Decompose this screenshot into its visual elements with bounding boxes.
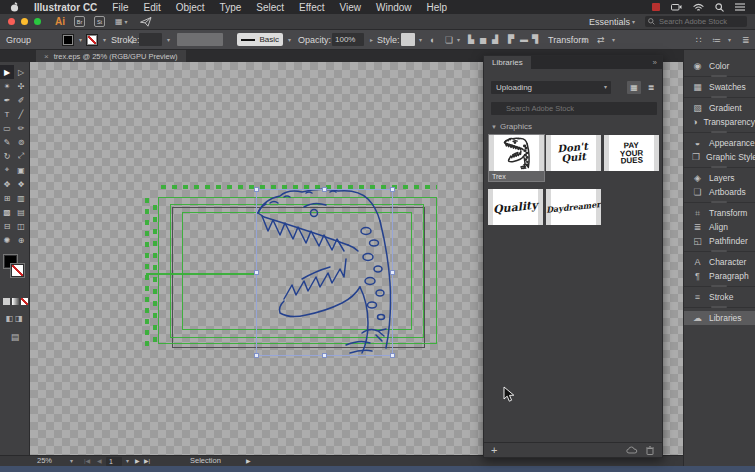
selection-handle-top-left[interactable] bbox=[254, 187, 259, 192]
recolor-artwork-icon[interactable]: ◐ bbox=[430, 30, 435, 50]
dock-item-stroke[interactable]: ≡ Stroke bbox=[684, 290, 755, 304]
menu-effect[interactable]: Effect bbox=[299, 2, 324, 13]
line-segment-tool[interactable]: ╱ bbox=[14, 107, 28, 121]
align-middle-icon[interactable]: ▬ bbox=[520, 30, 528, 50]
wifi-icon[interactable] bbox=[693, 3, 704, 12]
dock-item-appearance[interactable]: ◒ Appearance bbox=[684, 136, 755, 150]
menu-view[interactable]: View bbox=[339, 2, 361, 13]
eyedropper-tool[interactable]: ▤ bbox=[14, 205, 28, 219]
align-right-icon[interactable]: ▟ bbox=[492, 30, 498, 50]
scale-tool[interactable]: ⤢ bbox=[14, 149, 28, 163]
panel-options-icon[interactable]: ≔ bbox=[712, 30, 721, 50]
collapse-panel-icon[interactable]: » bbox=[653, 56, 657, 69]
isolate-chevron-icon[interactable]: ▾ bbox=[612, 30, 615, 50]
selection-handle-bottom-left[interactable] bbox=[254, 353, 259, 358]
stock-button[interactable]: St bbox=[94, 16, 105, 27]
adobe-stock-search-input[interactable] bbox=[645, 16, 747, 27]
document-tab[interactable]: × trex.eps @ 25% (RGB/GPU Preview) bbox=[36, 50, 186, 62]
workspace-switcher[interactable]: Essentials bbox=[589, 17, 630, 27]
spotlight-search-icon[interactable] bbox=[715, 3, 724, 12]
mesh-tool[interactable]: ▥ bbox=[14, 191, 28, 205]
rotate-tool[interactable]: ↻ bbox=[0, 149, 14, 163]
pen-tool[interactable]: ✒ bbox=[0, 93, 14, 107]
free-transform-tool[interactable]: ▣ bbox=[14, 163, 28, 177]
camera-icon[interactable] bbox=[671, 3, 682, 11]
variable-width-profile-field[interactable] bbox=[177, 33, 223, 46]
type-tool[interactable]: T bbox=[0, 107, 14, 121]
stroke-color-swatch[interactable] bbox=[86, 34, 98, 46]
menu-file[interactable]: File bbox=[112, 2, 128, 13]
shaper-tool[interactable]: ⊚ bbox=[14, 135, 28, 149]
arrange-documents-chevron-icon[interactable]: ▾ bbox=[125, 18, 128, 25]
dock-item-align[interactable]: ≣ Align bbox=[684, 220, 755, 234]
brush-definition-dropdown[interactable]: Basic bbox=[237, 33, 283, 46]
align-left-icon[interactable]: ▙ bbox=[468, 30, 474, 50]
opacity-more-icon[interactable]: ▸ bbox=[370, 30, 373, 50]
stroke-weight-stepper[interactable]: ▴▾ bbox=[131, 33, 134, 45]
stroke-weight-field[interactable] bbox=[139, 33, 162, 46]
dock-item-graphic-styles[interactable]: ❐ Graphic Styles bbox=[684, 150, 755, 164]
selection-tool[interactable]: ▶ bbox=[0, 65, 14, 79]
menu-object[interactable]: Object bbox=[176, 2, 205, 13]
transform-panel-icon[interactable]: ⌗ bbox=[582, 30, 587, 50]
selection-bounding-box[interactable] bbox=[256, 189, 393, 356]
apple-menu-icon[interactable] bbox=[10, 2, 19, 12]
opacity-field[interactable]: 100% bbox=[332, 33, 364, 46]
dock-item-swatches[interactable]: ▦ Swatches bbox=[684, 80, 755, 94]
symbol-sprayer-tool[interactable]: ✥ bbox=[0, 177, 14, 191]
color-mode-button[interactable] bbox=[3, 298, 10, 305]
dock-item-transparency[interactable]: ◑ Transparency bbox=[684, 115, 755, 129]
arrange-documents-icon[interactable]: ▦ bbox=[115, 17, 123, 26]
graph-tool[interactable]: ❖ bbox=[14, 177, 28, 191]
selection-handle-bottom-center[interactable] bbox=[322, 353, 327, 358]
close-window-button[interactable] bbox=[8, 18, 15, 25]
menu-type[interactable]: Type bbox=[220, 2, 242, 13]
zoom-window-button[interactable] bbox=[34, 18, 41, 25]
style-chevron-icon[interactable]: ▾ bbox=[419, 30, 422, 50]
dock-item-pathfinder[interactable]: ◱ Pathfinder bbox=[684, 234, 755, 248]
share-icon[interactable] bbox=[140, 17, 152, 27]
list-view-button[interactable]: ≣ bbox=[644, 81, 658, 94]
zoom-tool[interactable]: ⊕ bbox=[14, 233, 28, 247]
minimize-window-button[interactable] bbox=[21, 18, 28, 25]
stroke-weight-chevron-icon[interactable]: ▾ bbox=[167, 30, 170, 50]
dock-item-gradient[interactable]: ▧ Gradient bbox=[684, 101, 755, 115]
lasso-tool[interactable]: ✣ bbox=[14, 79, 28, 93]
brush-chevron-icon[interactable]: ▾ bbox=[288, 30, 291, 50]
graphics-section-header[interactable]: ▼Graphics bbox=[491, 122, 532, 131]
dock-item-layers[interactable]: ◈ Layers bbox=[684, 171, 755, 185]
workspace-grid-icon[interactable]: ∷ bbox=[696, 30, 702, 50]
delete-icon[interactable] bbox=[646, 446, 654, 455]
screen-mode-icon[interactable]: ▤ bbox=[0, 332, 30, 342]
selection-handle-middle-right[interactable] bbox=[390, 270, 395, 275]
curvature-tool[interactable]: ✐ bbox=[14, 93, 28, 107]
magic-wand-tool[interactable]: ✴ bbox=[0, 79, 14, 93]
gradient-mode-button[interactable] bbox=[12, 298, 19, 305]
dock-item-transform[interactable]: ⌗ Transform bbox=[684, 206, 755, 220]
blend-tool[interactable]: ⊟ bbox=[0, 219, 14, 233]
dock-item-paragraph[interactable]: ¶ Paragraph bbox=[684, 269, 755, 283]
dock-item-character[interactable]: A Character bbox=[684, 255, 755, 269]
sync-status-icon[interactable] bbox=[626, 446, 638, 454]
width-tool[interactable]: ⌖ bbox=[0, 163, 14, 177]
paintbrush-tool[interactable]: ✏ bbox=[14, 121, 28, 135]
rectangle-tool[interactable]: ▭ bbox=[0, 121, 14, 135]
library-search-input[interactable] bbox=[491, 102, 657, 115]
document-setup-icon[interactable]: ❏ bbox=[445, 30, 453, 50]
fill-chevron-icon[interactable]: ▾ bbox=[79, 30, 82, 50]
stroke-swatch[interactable] bbox=[10, 263, 25, 278]
hand-tool[interactable]: ✺ bbox=[0, 233, 14, 247]
document-setup-chevron-icon[interactable]: ▾ bbox=[457, 30, 460, 50]
add-content-button[interactable]: + bbox=[491, 443, 497, 458]
stroke-chevron-icon[interactable]: ▾ bbox=[103, 30, 106, 50]
fill-color-swatch[interactable] bbox=[62, 34, 74, 46]
align-bottom-icon[interactable]: ▜ bbox=[532, 30, 538, 50]
close-document-icon[interactable]: × bbox=[44, 52, 49, 61]
selection-handle-top-center[interactable] bbox=[322, 187, 327, 192]
libraries-tab[interactable]: Libraries bbox=[484, 56, 531, 69]
library-item-trex[interactable]: Trex bbox=[488, 134, 545, 182]
library-item-pay-your-dues[interactable]: PAY YOUR DUES bbox=[604, 135, 659, 171]
notification-center-icon[interactable] bbox=[735, 3, 745, 11]
artboard-number-field[interactable]: 1 bbox=[106, 457, 122, 466]
dock-item-color[interactable]: ◉ Color bbox=[684, 59, 755, 73]
